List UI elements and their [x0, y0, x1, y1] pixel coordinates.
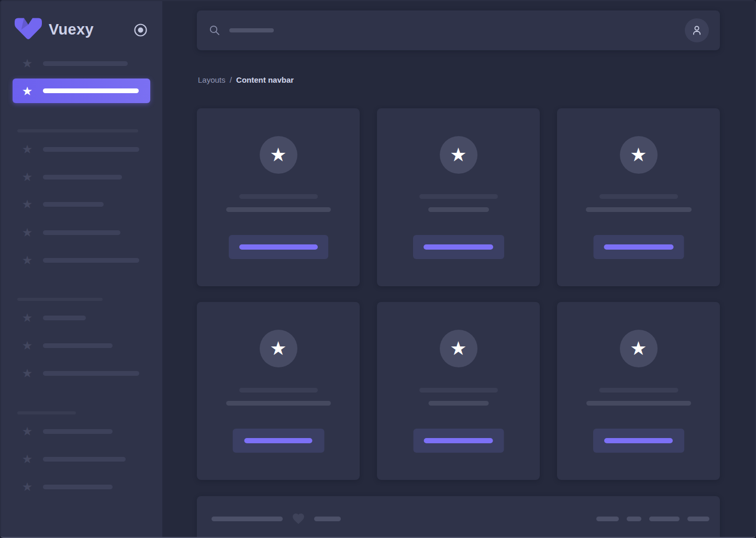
button-label-bar — [424, 438, 493, 443]
star-icon: ★ — [21, 311, 34, 324]
sidebar-item[interactable]: ★ — [0, 425, 113, 438]
sidebar-item[interactable]: ★ — [0, 254, 139, 266]
placeholder-bar — [43, 230, 120, 235]
placeholder-bar — [43, 175, 122, 180]
star-icon: ★ — [21, 143, 34, 155]
star-icon: ★ — [630, 339, 647, 358]
placeholder-line — [428, 401, 488, 406]
user-avatar-button[interactable] — [685, 18, 709, 42]
sidebar-item[interactable]: ★ — [0, 171, 122, 183]
placeholder-line — [586, 401, 691, 406]
sidebar-item[interactable]: ★ — [0, 311, 86, 324]
button-label-bar — [244, 438, 313, 443]
app-window: Vuexy ★ ★ ★ ★ ★ ★ — [0, 0, 756, 538]
placeholder-line — [599, 194, 678, 199]
star-icon: ★ — [450, 339, 466, 358]
star-icon: ★ — [21, 453, 34, 465]
sidebar-section-divider — [17, 298, 103, 301]
feature-card: ★ — [197, 302, 360, 480]
placeholder-bar — [43, 316, 86, 320]
placeholder-bar — [43, 343, 113, 348]
sidebar: Vuexy ★ ★ ★ ★ ★ ★ — [0, 0, 162, 538]
footer-link-group — [596, 517, 709, 521]
placeholder-bar — [212, 517, 283, 521]
card-avatar-circle: ★ — [440, 330, 477, 367]
top-navbar — [197, 10, 720, 50]
footer-link-bar[interactable] — [627, 517, 641, 521]
placeholder-bar — [43, 202, 104, 207]
star-icon: ★ — [270, 339, 286, 358]
star-icon: ★ — [270, 145, 286, 164]
feature-card: ★ — [557, 108, 720, 286]
star-icon: ★ — [630, 145, 647, 164]
placeholder-line — [599, 388, 678, 393]
placeholder-bar — [43, 429, 113, 434]
breadcrumb: Layouts / Content navbar — [198, 75, 294, 85]
star-icon: ★ — [21, 226, 34, 239]
card-avatar-circle: ★ — [260, 136, 297, 174]
placeholder-bar — [43, 88, 139, 93]
feature-card: ★ — [557, 302, 720, 480]
feature-card: ★ — [377, 108, 540, 286]
breadcrumb-current: Content navbar — [236, 75, 294, 84]
sidebar-item[interactable]: ★ — [0, 480, 113, 493]
brand-title: Vuexy — [49, 21, 94, 38]
footer-link-bar[interactable] — [649, 517, 680, 521]
star-icon: ★ — [21, 367, 34, 379]
card-action-button[interactable] — [229, 235, 328, 259]
star-icon: ★ — [21, 480, 34, 493]
sidebar-section-divider — [17, 129, 138, 132]
footer-link-bar[interactable] — [596, 517, 619, 521]
placeholder-bar — [43, 147, 139, 152]
sidebar-item[interactable]: ★ — [0, 453, 126, 465]
placeholder-bar — [314, 517, 341, 521]
user-icon — [691, 24, 703, 37]
brand[interactable]: Vuexy — [15, 18, 94, 41]
card-action-button[interactable] — [593, 235, 684, 259]
sidebar-section-divider — [17, 411, 76, 414]
breadcrumb-parent[interactable]: Layouts — [198, 75, 226, 84]
star-icon: ★ — [21, 171, 34, 183]
sidebar-item[interactable]: ★ — [0, 226, 120, 239]
placeholder-bar — [43, 258, 139, 263]
vuexy-logo-icon — [15, 18, 42, 41]
card-action-button[interactable] — [413, 235, 504, 259]
card-action-button[interactable] — [593, 429, 684, 453]
button-label-bar — [424, 244, 493, 250]
sidebar-item[interactable]: ★ — [0, 198, 104, 210]
placeholder-line — [428, 207, 489, 212]
star-icon: ★ — [21, 85, 34, 97]
sidebar-item[interactable]: ★ — [0, 143, 139, 155]
footer-link-bar[interactable] — [687, 517, 709, 521]
search-placeholder-bar — [229, 28, 274, 32]
content-card-grid: ★ ★ ★ — [197, 108, 720, 480]
placeholder-line — [226, 401, 331, 406]
placeholder-bar — [43, 485, 113, 489]
sidebar-item-active[interactable]: ★ — [13, 79, 150, 103]
placeholder-line — [419, 388, 498, 393]
card-avatar-circle: ★ — [620, 330, 658, 367]
search-input[interactable] — [209, 25, 274, 36]
card-avatar-circle: ★ — [260, 330, 297, 367]
sidebar-item[interactable]: ★ — [0, 339, 113, 352]
star-icon: ★ — [450, 145, 466, 164]
search-icon[interactable] — [209, 25, 220, 36]
heart-icon — [292, 512, 305, 525]
placeholder-line — [586, 207, 692, 212]
sidebar-item[interactable]: ★ — [0, 367, 139, 379]
sidebar-pin-toggle-icon[interactable] — [134, 23, 148, 37]
card-action-button[interactable] — [413, 429, 504, 453]
card-avatar-circle: ★ — [620, 136, 658, 174]
star-icon: ★ — [21, 254, 34, 266]
placeholder-line — [226, 207, 331, 212]
star-icon: ★ — [21, 198, 34, 210]
sidebar-item[interactable]: ★ — [0, 57, 128, 70]
page-footer — [197, 496, 720, 538]
feature-card: ★ — [197, 108, 360, 286]
feature-card: ★ — [377, 302, 540, 480]
button-label-bar — [604, 244, 673, 250]
star-icon: ★ — [21, 339, 34, 352]
button-label-bar — [604, 438, 673, 443]
breadcrumb-separator: / — [230, 75, 232, 84]
card-action-button[interactable] — [232, 429, 324, 453]
